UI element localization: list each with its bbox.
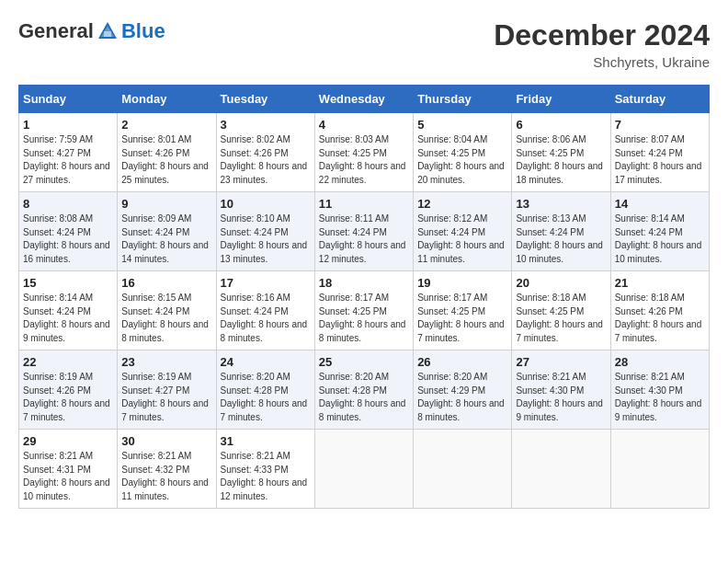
day-info: Sunrise: 8:21 AMSunset: 4:33 PMDaylight:… xyxy=(221,450,311,503)
calendar-cell: 25Sunrise: 8:20 AMSunset: 4:28 PMDayligh… xyxy=(314,350,413,430)
day-number: 16 xyxy=(121,276,211,290)
calendar-cell: 8Sunrise: 8:08 AMSunset: 4:24 PMDaylight… xyxy=(19,192,118,271)
day-number: 15 xyxy=(23,276,113,290)
day-info: Sunrise: 8:18 AMSunset: 4:25 PMDaylight:… xyxy=(516,292,606,345)
day-number: 27 xyxy=(516,355,606,369)
day-number: 14 xyxy=(615,197,705,211)
day-info: Sunrise: 8:11 AMSunset: 4:24 PMDaylight:… xyxy=(319,213,409,266)
calendar-cell: 23Sunrise: 8:19 AMSunset: 4:27 PMDayligh… xyxy=(118,350,216,430)
calendar-cell: 12Sunrise: 8:12 AMSunset: 4:24 PMDayligh… xyxy=(414,192,512,271)
calendar-cell: 11Sunrise: 8:11 AMSunset: 4:24 PMDayligh… xyxy=(314,192,413,271)
day-info: Sunrise: 8:17 AMSunset: 4:25 PMDaylight:… xyxy=(319,292,409,345)
day-number: 26 xyxy=(417,355,507,369)
day-number: 18 xyxy=(319,276,409,290)
calendar-header-row: SundayMondayTuesdayWednesdayThursdayFrid… xyxy=(19,86,710,113)
day-number: 22 xyxy=(23,355,113,369)
calendar-header-saturday: Saturday xyxy=(610,86,709,113)
calendar-table: SundayMondayTuesdayWednesdayThursdayFrid… xyxy=(18,85,710,509)
day-info: Sunrise: 8:21 AMSunset: 4:31 PMDaylight:… xyxy=(23,450,113,503)
calendar-week-3: 15Sunrise: 8:14 AMSunset: 4:24 PMDayligh… xyxy=(19,271,710,350)
calendar-header-sunday: Sunday xyxy=(19,86,118,113)
day-number: 25 xyxy=(319,355,409,369)
day-info: Sunrise: 8:15 AMSunset: 4:24 PMDaylight:… xyxy=(121,292,211,345)
calendar-cell: 31Sunrise: 8:21 AMSunset: 4:33 PMDayligh… xyxy=(216,430,314,509)
calendar-cell: 2Sunrise: 8:01 AMSunset: 4:26 PMDaylight… xyxy=(118,113,216,192)
day-info: Sunrise: 8:21 AMSunset: 4:30 PMDaylight:… xyxy=(516,371,606,424)
calendar-cell xyxy=(414,430,512,509)
calendar-cell: 6Sunrise: 8:06 AMSunset: 4:25 PMDaylight… xyxy=(512,113,610,192)
calendar-cell: 9Sunrise: 8:09 AMSunset: 4:24 PMDaylight… xyxy=(118,192,216,271)
calendar-cell: 19Sunrise: 8:17 AMSunset: 4:25 PMDayligh… xyxy=(414,271,512,350)
day-info: Sunrise: 8:13 AMSunset: 4:24 PMDaylight:… xyxy=(516,213,606,266)
day-number: 10 xyxy=(221,197,311,211)
calendar-cell: 24Sunrise: 8:20 AMSunset: 4:28 PMDayligh… xyxy=(216,350,314,430)
calendar-cell: 30Sunrise: 8:21 AMSunset: 4:32 PMDayligh… xyxy=(118,430,216,509)
svg-rect-2 xyxy=(104,31,111,37)
logo: General Blue xyxy=(18,18,165,44)
day-number: 12 xyxy=(417,197,507,211)
day-number: 11 xyxy=(319,197,409,211)
calendar-cell: 28Sunrise: 8:21 AMSunset: 4:30 PMDayligh… xyxy=(610,350,709,430)
calendar-cell: 21Sunrise: 8:18 AMSunset: 4:26 PMDayligh… xyxy=(610,271,709,350)
calendar-header-monday: Monday xyxy=(118,86,216,113)
calendar-week-5: 29Sunrise: 8:21 AMSunset: 4:31 PMDayligh… xyxy=(19,430,710,509)
calendar-cell: 27Sunrise: 8:21 AMSunset: 4:30 PMDayligh… xyxy=(512,350,610,430)
day-number: 9 xyxy=(121,197,211,211)
day-info: Sunrise: 8:20 AMSunset: 4:28 PMDaylight:… xyxy=(319,371,409,424)
day-info: Sunrise: 8:04 AMSunset: 4:25 PMDaylight:… xyxy=(417,133,507,187)
day-info: Sunrise: 8:03 AMSunset: 4:25 PMDaylight:… xyxy=(319,133,409,187)
day-info: Sunrise: 8:06 AMSunset: 4:25 PMDaylight:… xyxy=(516,133,606,187)
day-number: 13 xyxy=(516,197,606,211)
logo-icon xyxy=(95,18,120,44)
day-info: Sunrise: 8:09 AMSunset: 4:24 PMDaylight:… xyxy=(121,213,211,266)
day-info: Sunrise: 8:21 AMSunset: 4:32 PMDaylight:… xyxy=(121,450,211,503)
day-number: 19 xyxy=(417,276,507,290)
day-info: Sunrise: 8:14 AMSunset: 4:24 PMDaylight:… xyxy=(615,213,705,266)
calendar-cell: 14Sunrise: 8:14 AMSunset: 4:24 PMDayligh… xyxy=(610,192,709,271)
day-number: 30 xyxy=(121,434,211,448)
logo-general-text: General xyxy=(18,19,94,43)
day-info: Sunrise: 8:20 AMSunset: 4:28 PMDaylight:… xyxy=(221,371,311,424)
day-number: 17 xyxy=(221,276,311,290)
day-number: 7 xyxy=(615,118,705,132)
calendar-cell: 26Sunrise: 8:20 AMSunset: 4:29 PMDayligh… xyxy=(414,350,512,430)
logo-blue-text: Blue xyxy=(121,19,165,43)
day-info: Sunrise: 8:10 AMSunset: 4:24 PMDaylight:… xyxy=(221,213,311,266)
title-section: December 2024 Shchyrets, Ukraine xyxy=(494,18,710,70)
day-info: Sunrise: 8:17 AMSunset: 4:25 PMDaylight:… xyxy=(417,292,507,345)
calendar-cell: 20Sunrise: 8:18 AMSunset: 4:25 PMDayligh… xyxy=(512,271,610,350)
calendar-cell: 5Sunrise: 8:04 AMSunset: 4:25 PMDaylight… xyxy=(414,113,512,192)
day-info: Sunrise: 8:02 AMSunset: 4:26 PMDaylight:… xyxy=(221,133,311,187)
day-number: 3 xyxy=(221,118,311,132)
day-number: 23 xyxy=(121,355,211,369)
calendar-cell: 3Sunrise: 8:02 AMSunset: 4:26 PMDaylight… xyxy=(216,113,314,192)
day-info: Sunrise: 8:07 AMSunset: 4:24 PMDaylight:… xyxy=(615,133,705,187)
calendar-cell: 10Sunrise: 8:10 AMSunset: 4:24 PMDayligh… xyxy=(216,192,314,271)
day-info: Sunrise: 8:01 AMSunset: 4:26 PMDaylight:… xyxy=(121,133,211,187)
calendar-cell: 1Sunrise: 7:59 AMSunset: 4:27 PMDaylight… xyxy=(19,113,118,192)
day-number: 20 xyxy=(516,276,606,290)
day-number: 24 xyxy=(221,355,311,369)
day-info: Sunrise: 8:16 AMSunset: 4:24 PMDaylight:… xyxy=(221,292,311,345)
day-info: Sunrise: 8:21 AMSunset: 4:30 PMDaylight:… xyxy=(615,371,705,424)
day-number: 29 xyxy=(23,434,113,448)
day-number: 1 xyxy=(23,118,113,132)
day-info: Sunrise: 8:12 AMSunset: 4:24 PMDaylight:… xyxy=(417,213,507,266)
day-number: 21 xyxy=(615,276,705,290)
calendar-week-2: 8Sunrise: 8:08 AMSunset: 4:24 PMDaylight… xyxy=(19,192,710,271)
calendar-header-friday: Friday xyxy=(512,86,610,113)
calendar-header-wednesday: Wednesday xyxy=(314,86,413,113)
day-number: 31 xyxy=(221,434,311,448)
day-number: 2 xyxy=(121,118,211,132)
calendar-week-1: 1Sunrise: 7:59 AMSunset: 4:27 PMDaylight… xyxy=(19,113,710,192)
day-number: 6 xyxy=(516,118,606,132)
calendar-cell: 16Sunrise: 8:15 AMSunset: 4:24 PMDayligh… xyxy=(118,271,216,350)
calendar-cell: 4Sunrise: 8:03 AMSunset: 4:25 PMDaylight… xyxy=(314,113,413,192)
calendar-week-4: 22Sunrise: 8:19 AMSunset: 4:26 PMDayligh… xyxy=(19,350,710,430)
location: Shchyrets, Ukraine xyxy=(494,54,710,70)
day-number: 5 xyxy=(417,118,507,132)
calendar-cell: 15Sunrise: 8:14 AMSunset: 4:24 PMDayligh… xyxy=(19,271,118,350)
calendar-cell: 29Sunrise: 8:21 AMSunset: 4:31 PMDayligh… xyxy=(19,430,118,509)
calendar-cell xyxy=(314,430,413,509)
calendar-cell: 18Sunrise: 8:17 AMSunset: 4:25 PMDayligh… xyxy=(314,271,413,350)
